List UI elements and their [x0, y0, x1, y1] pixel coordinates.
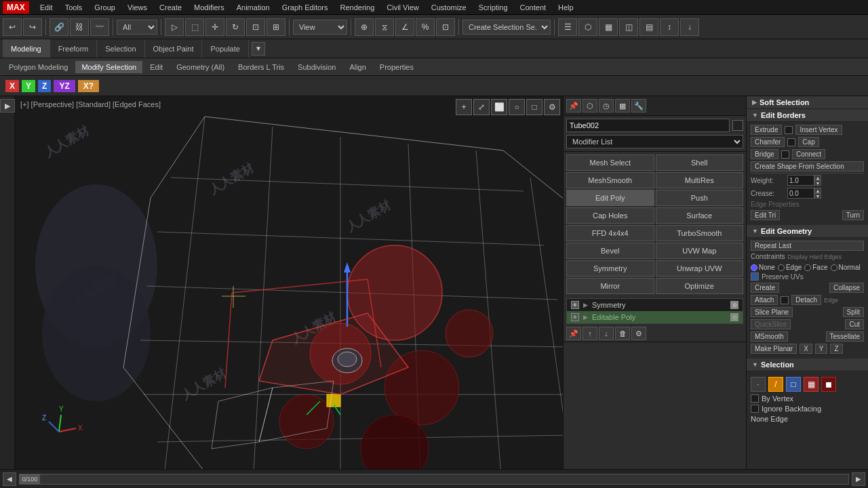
sel-icon-border[interactable]: □: [786, 377, 801, 392]
panel-pin-btn[interactable]: 📌: [566, 99, 581, 113]
cut-btn[interactable]: Cut: [845, 319, 864, 329]
render3-btn[interactable]: ▤: [639, 18, 658, 36]
mod-btn-bevel[interactable]: Bevel: [566, 243, 654, 259]
stack-item-symmetry[interactable]: 👁 ▶ Symmetry ⚙: [567, 299, 743, 311]
edit-tri-btn[interactable]: Edit Tri: [751, 210, 780, 220]
modifier-list-dropdown[interactable]: Modifier List: [566, 135, 743, 148]
attach-check[interactable]: [781, 296, 789, 304]
ang-snap-btn[interactable]: ∠: [395, 18, 414, 36]
vp-nav-zoom[interactable]: +: [456, 99, 472, 115]
mod-btn-optimize[interactable]: Optimize: [656, 278, 744, 294]
layers-btn[interactable]: ☰: [558, 18, 577, 36]
stack-eye-symmetry[interactable]: 👁: [571, 301, 579, 309]
axis-x-btn[interactable]: X: [5, 80, 19, 92]
vp-nav-mode[interactable]: ⬜: [491, 99, 507, 115]
tab-modeling[interactable]: Modeling: [3, 39, 50, 58]
stack-move-down-btn[interactable]: ↓: [599, 327, 614, 340]
tab-selection[interactable]: Selection: [97, 39, 144, 58]
mod-btn-unwrap-uvw[interactable]: Unwrap UVW: [656, 260, 744, 277]
menu-modifiers[interactable]: Modifiers: [189, 2, 230, 13]
menu-civil-view[interactable]: Civil View: [381, 2, 424, 13]
mod-btn-edit-poly[interactable]: Edit Poly: [566, 190, 654, 206]
panel-util-btn[interactable]: 🔧: [631, 99, 646, 113]
collapse-btn[interactable]: Collapse: [829, 283, 864, 293]
menu-scripting[interactable]: Scripting: [473, 2, 513, 13]
mod-btn-cap-holes[interactable]: Cap Holes: [566, 207, 654, 224]
weight-up[interactable]: ▲: [814, 175, 821, 180]
tab-freeform[interactable]: Freeform: [50, 39, 98, 58]
weight-down[interactable]: ▼: [814, 180, 821, 186]
snap-btn[interactable]: ⧖: [375, 18, 394, 36]
mod-btn-push[interactable]: Push: [656, 190, 744, 206]
ignore-backfacing-check[interactable]: [751, 405, 759, 413]
mod-btn-symmetry[interactable]: Symmetry: [566, 260, 654, 277]
stack-delete-btn[interactable]: 🗑: [615, 327, 630, 340]
mod-btn-surface[interactable]: Surface: [656, 207, 744, 224]
stack-options-editpoly[interactable]: ⚙: [730, 313, 738, 321]
subtab-edit[interactable]: Edit: [144, 61, 169, 73]
menu-tools[interactable]: Tools: [60, 2, 88, 13]
slice-plane-btn[interactable]: Slice Plane: [751, 307, 793, 317]
stack-config-btn[interactable]: ⚙: [631, 327, 646, 340]
y-btn[interactable]: Y: [815, 344, 828, 354]
constraint-edge-radio[interactable]: [778, 264, 785, 271]
ref-btn[interactable]: ⊞: [267, 18, 285, 36]
menu-animation[interactable]: Animation: [231, 2, 275, 13]
vp-nav-shading[interactable]: ○: [509, 99, 525, 115]
panel-motion-btn[interactable]: ◷: [599, 99, 614, 113]
split-btn[interactable]: Split: [843, 307, 864, 317]
pivot-btn[interactable]: ⊕: [355, 18, 374, 36]
tab-overflow-btn[interactable]: ▼: [252, 42, 265, 56]
constraint-normal[interactable]: Normal: [831, 264, 861, 271]
rotate-btn[interactable]: ↻: [226, 18, 245, 36]
vp-nav-settings[interactable]: ⚙: [544, 99, 560, 115]
axis-z-btn[interactable]: Z: [38, 80, 51, 92]
crease-down[interactable]: ▼: [814, 193, 821, 199]
edit-borders-header[interactable]: ▼ Edit Borders: [747, 109, 868, 122]
mod-btn-ffd[interactable]: FFD 4x4x4: [566, 225, 654, 241]
detach-btn[interactable]: Detach: [791, 295, 821, 305]
constraint-none-radio[interactable]: [751, 264, 757, 271]
scale-btn[interactable]: ⊡: [246, 18, 265, 36]
by-vertex-check[interactable]: [751, 394, 759, 403]
constraint-edge[interactable]: Edge: [778, 264, 802, 271]
move-btn[interactable]: ✛: [205, 18, 224, 36]
mod-btn-turbosmooth[interactable]: TurboSmooth: [656, 225, 744, 241]
msmooth-btn[interactable]: MSmooth: [751, 331, 788, 342]
mod-btn-multires[interactable]: MultiRes: [656, 172, 744, 188]
preserve-uvs-check[interactable]: [751, 272, 759, 281]
menu-views[interactable]: Views: [122, 2, 153, 13]
extrude-btn[interactable]: Extrude: [751, 125, 782, 135]
stack-pin-btn[interactable]: 📌: [566, 327, 581, 340]
sel-icon-edge[interactable]: /: [768, 377, 783, 392]
soft-selection-header[interactable]: ▶ Soft Selection: [747, 96, 868, 109]
undo-btn[interactable]: ↩: [3, 18, 22, 36]
stack-options-symmetry[interactable]: ⚙: [730, 301, 738, 309]
viewport[interactable]: [+] [Perspective] [Standard] [Edged Face…: [15, 96, 563, 469]
redo-btn[interactable]: ↪: [23, 18, 42, 36]
connect-btn[interactable]: Connect: [792, 149, 825, 159]
x-btn[interactable]: X: [800, 344, 812, 354]
sel-icon-vert[interactable]: ·: [751, 377, 766, 392]
subtab-subdivision[interactable]: Subdivision: [292, 61, 342, 73]
constraint-none[interactable]: None: [751, 264, 775, 271]
rect-sel-btn[interactable]: ⬚: [185, 18, 204, 36]
chamfer-check[interactable]: [787, 138, 795, 146]
timeline-prev-btn[interactable]: ◀: [3, 472, 16, 486]
filter-dropdown[interactable]: All: [117, 20, 157, 35]
subtab-properties[interactable]: Properties: [374, 61, 420, 73]
axis-yz-btn[interactable]: YZ: [54, 80, 75, 92]
tessellate-btn[interactable]: Tessellate: [826, 331, 864, 342]
bridge-btn[interactable]: Bridge: [751, 149, 778, 159]
object-name-input[interactable]: [566, 119, 730, 132]
subtab-modify-selection[interactable]: Modify Selection: [75, 61, 142, 73]
menu-help[interactable]: Help: [553, 2, 579, 13]
create-sel-dropdown[interactable]: Create Selection Se...: [462, 20, 551, 35]
subtab-align[interactable]: Align: [343, 61, 372, 73]
vp-nav-lit[interactable]: □: [526, 99, 542, 115]
quickslice-btn[interactable]: QuickSlice: [751, 319, 791, 329]
cap-btn[interactable]: Cap: [798, 137, 818, 147]
mod-btn-mesh-select[interactable]: Mesh Select: [566, 155, 654, 171]
bridge-check[interactable]: [781, 150, 789, 159]
crease-input[interactable]: [787, 188, 814, 199]
